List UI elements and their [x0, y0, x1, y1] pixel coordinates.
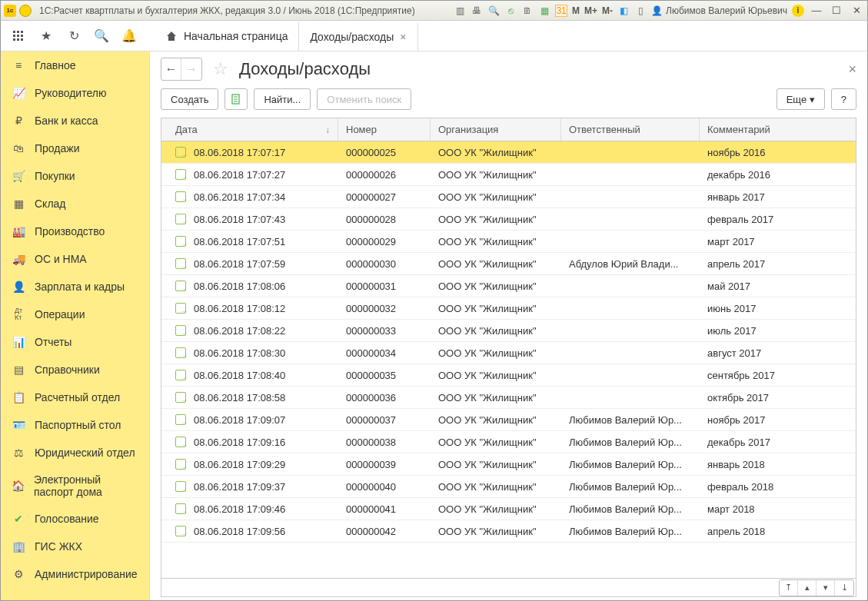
sidebar-item-production[interactable]: 🏭Производство	[1, 217, 149, 245]
table-row[interactable]: 08.06.2018 17:08:22000000033ООО УК "Жили…	[161, 320, 856, 342]
sidebar-item-warehouse[interactable]: ▦Склад	[1, 190, 149, 217]
create-button[interactable]: Создать	[161, 88, 218, 110]
info-icon[interactable]: i	[792, 5, 804, 17]
bell-icon[interactable]: 🔔	[122, 29, 136, 43]
law-icon: ⚖	[12, 446, 25, 460]
table-row[interactable]: 08.06.2018 17:07:34000000027ООО УК "Жили…	[161, 186, 856, 208]
link-icon[interactable]: ⎋	[504, 5, 517, 17]
table-row[interactable]: 08.06.2018 17:08:58000000036ООО УК "Жили…	[161, 387, 856, 409]
sidebar-item-operations[interactable]: ДтКтОперации	[1, 300, 149, 328]
col-number[interactable]: Номер	[338, 118, 431, 141]
table-header: Дата↓ Номер Организация Ответственный Ко…	[161, 118, 856, 141]
close-page-button[interactable]: ×	[848, 61, 856, 78]
sidebar-item-voting[interactable]: ✔Голосование	[1, 505, 149, 533]
sidebar-item-sales[interactable]: 🛍Продажи	[1, 134, 149, 162]
memory-mplus[interactable]: M+	[584, 5, 597, 16]
table-row[interactable]: 08.06.2018 17:09:56000000042ООО УК "Жили…	[161, 520, 856, 543]
copy-doc-button[interactable]	[224, 88, 248, 110]
more-button[interactable]: Еще ▾	[777, 88, 825, 110]
table-row[interactable]: 08.06.2018 17:09:37000000040ООО УК "Жили…	[161, 476, 856, 498]
bag-icon: 🛍	[12, 141, 25, 155]
data-table: Дата↓ Номер Организация Ответственный Ко…	[161, 118, 856, 597]
svg-rect-0	[13, 31, 15, 33]
table-row[interactable]: 08.06.2018 17:08:30000000034ООО УК "Жили…	[161, 342, 856, 364]
search-icon[interactable]: 🔍	[487, 5, 500, 17]
tab-incomes-expenses[interactable]: Доходы/расходы ×	[299, 22, 417, 51]
table-row[interactable]: 08.06.2018 17:08:12000000032ООО УК "Жили…	[161, 297, 856, 320]
table-row[interactable]: 08.06.2018 17:09:29000000039ООО УК "Жили…	[161, 453, 856, 476]
doc-status-icon	[175, 236, 186, 247]
sidebar-item-salary[interactable]: 👤Зарплата и кадры	[1, 273, 149, 300]
col-resp[interactable]: Ответственный	[561, 118, 700, 141]
table-row[interactable]: 08.06.2018 17:07:43000000028ООО УК "Жили…	[161, 208, 856, 231]
svg-rect-1	[17, 31, 19, 33]
barchart-icon: 📊	[12, 335, 25, 349]
folder-icon: ▤	[12, 363, 25, 377]
table-row[interactable]: 08.06.2018 17:07:27000000026ООО УК "Жили…	[161, 164, 856, 186]
book-icon[interactable]: ▯	[634, 5, 647, 17]
scroll-top-button[interactable]: ⤒	[780, 580, 798, 596]
help-button[interactable]: ?	[831, 88, 856, 110]
scroll-up-button[interactable]: ▴	[798, 580, 816, 596]
back-button[interactable]: ←	[161, 58, 181, 80]
app-menu-icon[interactable]	[19, 5, 32, 17]
sidebar-item-main[interactable]: ≡Главное	[1, 51, 149, 79]
col-comment[interactable]: Комментарий	[700, 118, 856, 141]
doc-status-icon	[175, 459, 186, 470]
calendar-icon[interactable]: 31	[555, 5, 567, 17]
calculator-icon[interactable]: ▦	[538, 5, 550, 17]
table-row[interactable]: 08.06.2018 17:09:16000000038ООО УК "Жили…	[161, 431, 856, 453]
col-date[interactable]: Дата↓	[161, 118, 338, 141]
svg-rect-4	[17, 35, 19, 37]
search-toolbar-icon[interactable]: 🔍	[95, 29, 108, 43]
sidebar-item-legal[interactable]: ⚖Юридический отдел	[1, 439, 149, 467]
memory-mminus[interactable]: M-	[602, 5, 613, 16]
close-window-button[interactable]: ✕	[849, 5, 864, 17]
table-row[interactable]: 08.06.2018 17:09:07000000037ООО УК "Жили…	[161, 409, 856, 431]
app-icon: 1c	[4, 5, 16, 17]
apps-grid-icon[interactable]	[12, 29, 25, 43]
sort-desc-icon: ↓	[325, 125, 330, 135]
sidebar-item-gis[interactable]: 🏢ГИС ЖКХ	[1, 533, 149, 560]
sidebar-item-billing[interactable]: 📋Расчетный отдел	[1, 384, 149, 411]
table-row[interactable]: 08.06.2018 17:08:40000000035ООО УК "Жили…	[161, 364, 856, 387]
cart-icon: 🛒	[12, 169, 25, 183]
print-icon[interactable]: 🖶	[471, 5, 483, 17]
print-preview-icon[interactable]: ▥	[454, 5, 466, 17]
table-row[interactable]: 08.06.2018 17:07:51000000029ООО УК "Жили…	[161, 231, 856, 253]
user-label[interactable]: 👤 Любимов Валерий Юрьевич	[651, 5, 787, 16]
tab-home-label: Начальная страница	[184, 30, 288, 42]
doc-status-icon	[175, 392, 186, 403]
find-button[interactable]: Найти...	[254, 88, 311, 110]
table-row[interactable]: 08.06.2018 17:08:06000000031ООО УК "Жили…	[161, 275, 856, 297]
col-org[interactable]: Организация	[431, 118, 561, 141]
table-body[interactable]: 08.06.2018 17:07:17000000025ООО УК "Жили…	[161, 141, 856, 578]
memory-m[interactable]: M	[572, 5, 580, 16]
tab-home[interactable]: Начальная страница	[155, 22, 299, 51]
document-icon[interactable]: 🗎	[521, 5, 534, 17]
content: ← → ☆ Доходы/расходы × Создать Найти... …	[150, 51, 867, 600]
table-row[interactable]: 08.06.2018 17:07:59000000030ООО УК "Жили…	[161, 253, 856, 275]
table-row[interactable]: 08.06.2018 17:07:17000000025ООО УК "Жили…	[161, 141, 856, 164]
history-icon[interactable]: ↻	[67, 29, 81, 43]
doc-status-icon	[175, 258, 186, 269]
scroll-bottom-button[interactable]: ⤓	[835, 580, 853, 596]
star-icon[interactable]: ★	[39, 29, 53, 43]
home-icon	[165, 30, 178, 42]
sidebar-item-bank[interactable]: ₽Банк и касса	[1, 107, 149, 134]
sidebar-item-epassport[interactable]: 🏠Электронный паспорт дома	[1, 467, 149, 505]
scroll-down-button[interactable]: ▾	[816, 580, 835, 596]
sidebar-item-passport[interactable]: 🪪Паспортный стол	[1, 411, 149, 439]
table-row[interactable]: 08.06.2018 17:09:46000000041ООО УК "Жили…	[161, 498, 856, 520]
tab-close-icon[interactable]: ×	[400, 31, 406, 43]
sidebar-item-reports[interactable]: 📊Отчеты	[1, 328, 149, 356]
favorite-icon[interactable]: ☆	[213, 59, 228, 79]
window-icon[interactable]: ◧	[617, 5, 630, 17]
sidebar-item-manager[interactable]: 📈Руководителю	[1, 79, 149, 107]
minimize-button[interactable]: —	[809, 5, 824, 17]
sidebar-item-admin[interactable]: ⚙Администрирование	[1, 560, 149, 588]
sidebar-item-purchases[interactable]: 🛒Покупки	[1, 162, 149, 190]
sidebar-item-assets[interactable]: 🚚ОС и НМА	[1, 245, 149, 273]
maximize-button[interactable]: ☐	[829, 5, 844, 17]
sidebar-item-references[interactable]: ▤Справочники	[1, 356, 149, 384]
